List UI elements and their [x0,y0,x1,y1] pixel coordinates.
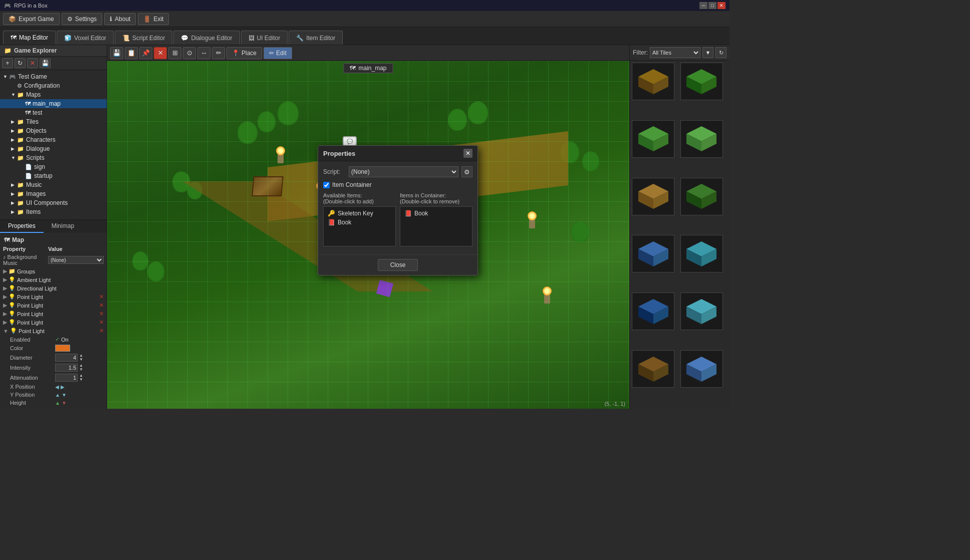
place-btn[interactable]: 📍 Place [226,47,262,59]
export-game-btn[interactable]: 📦 Export Game [3,13,60,25]
tree-item-items[interactable]: ▶ 📁 Items [0,207,107,216]
delete-pl5-btn[interactable]: ✕ [99,328,104,334]
tile-6[interactable] [680,178,723,215]
delete-pl3-btn[interactable]: ✕ [99,311,104,317]
prop-header-row: Property Value [0,245,107,253]
map-tool-view2[interactable]: ↔ [197,47,210,59]
tree-item-ui-components[interactable]: ▶ 📁 UI Components [0,198,107,207]
height-down-btn[interactable]: ▼ [62,400,67,406]
edit-icon: ✏ [269,50,274,57]
available-item-book[interactable]: 📕 Book [326,218,393,227]
about-btn[interactable]: ℹ About [104,13,136,25]
settings-btn[interactable]: ⚙ Settings [62,13,102,25]
prop-tab-minimap[interactable]: Minimap [44,220,82,233]
map-tool-grid[interactable]: ⊞ [168,47,181,59]
intensity-input[interactable] [55,364,78,372]
tab-map-editor[interactable]: 🗺 Map Editor [3,31,56,45]
tab-ui-editor[interactable]: 🖼 UI Editor [241,31,288,45]
tree-item-objects[interactable]: ▶ 📁 Objects [0,126,107,135]
available-item-skeleton-key[interactable]: 🔑 Skeleton Key [326,209,393,218]
tree-item-startup[interactable]: 📄 startup [0,171,107,180]
tab-script-editor[interactable]: 📜 Script Editor [115,31,172,45]
tree-item-configuration[interactable]: ⚙ Configuration [0,81,107,90]
tile-5[interactable] [632,178,674,215]
dialog-close-main-btn[interactable]: Close [378,259,418,271]
maximize-btn[interactable]: □ [708,2,716,9]
tile-9[interactable] [632,293,674,330]
save-btn[interactable]: 💾 [40,58,51,68]
prop-directional-light[interactable]: ▶ 💡 Directional Light [0,284,107,293]
map-close-btn[interactable]: ✕ [154,47,167,59]
color-swatch[interactable] [55,345,70,352]
delete-pl2-btn[interactable]: ✕ [99,302,104,309]
diameter-down[interactable]: ▼ [79,358,83,362]
exit-btn[interactable]: 🚪 Exit [138,13,169,25]
delete-item-btn[interactable]: ✕ [27,58,38,68]
tab-dialogue-editor[interactable]: 💬 Dialogue Editor [173,31,239,45]
tile-1[interactable] [632,63,674,100]
map-tool-paste[interactable]: 📌 [139,47,152,59]
x-left-btn[interactable]: ◀ [55,384,59,390]
tile-2[interactable] [680,63,723,100]
prop-tab-properties[interactable]: Properties [0,220,44,233]
diameter-input[interactable] [55,354,78,362]
refresh-btn[interactable]: ↻ [15,58,26,68]
map-tool-copy[interactable]: 📋 [125,47,138,59]
right-panel: Filter: All Tiles ▼ ↻ [629,45,730,409]
tree-item-main-map[interactable]: 🗺 main_map [0,99,107,108]
tree-item-dialogue[interactable]: ▶ 📁 Dialogue [0,144,107,153]
prop-point-light-1[interactable]: ▶ 💡 Point Light ✕ [0,293,107,301]
y-up-btn[interactable]: ▲ [55,392,60,398]
tree-item-sign[interactable]: 📄 sign [0,162,107,171]
tab-voxel-editor[interactable]: 🧊 Voxel Editor [57,31,114,45]
edit-btn[interactable]: ✏ Edit [264,47,292,59]
tile-4[interactable] [680,120,723,158]
script-settings-btn[interactable]: ⚙ [461,166,472,177]
tile-11[interactable] [632,350,674,388]
tree-item-images[interactable]: ▶ 📁 Images [0,189,107,198]
filter-sort-btn[interactable]: ▼ [702,47,713,58]
filter-refresh-btn[interactable]: ↻ [715,47,726,58]
x-right-btn[interactable]: ▶ [61,384,65,390]
dialog-close-btn[interactable]: ✕ [463,149,472,158]
tree-item-music[interactable]: ▶ 📁 Music [0,180,107,189]
attenuation-down[interactable]: ▼ [79,378,83,382]
prop-height: Height ▲ ▼ [0,399,107,407]
tile-3[interactable] [632,120,674,158]
prop-point-light-2[interactable]: ▶ 💡 Point Light ✕ [0,301,107,310]
prop-ambient-light[interactable]: ▶ 💡 Ambient Light [0,275,107,284]
item-container-checkbox[interactable] [323,182,330,188]
tree-item-scripts[interactable]: ▼ 📁 Scripts [0,153,107,162]
tree-item-test[interactable]: 🗺 test [0,108,107,117]
delete-pl1-btn[interactable]: ✕ [99,294,104,300]
tree-item-characters[interactable]: ▶ 📁 Characters [0,135,107,144]
intensity-down[interactable]: ▼ [79,368,83,372]
container-item-book[interactable]: 📕 Book [402,209,470,218]
tree-item-tiles[interactable]: ▶ 📁 Tiles [0,117,107,126]
map-area[interactable]: 💾 📋 📌 ✕ ⊞ ⊙ ↔ ✏ 📍 Place ✏ Edit 🗺 main_ma… [107,45,629,409]
bg-music-select[interactable]: (None) [48,256,104,264]
height-up-btn[interactable]: ▲ [55,400,60,406]
tile-7[interactable] [632,235,674,272]
map-tool-view1[interactable]: ⊙ [183,47,196,59]
new-item-btn[interactable]: + [2,58,13,68]
tile-10[interactable] [680,293,723,330]
prop-point-light-4[interactable]: ▶ 💡 Point Light ✕ [0,318,107,327]
tile-8[interactable] [680,235,723,272]
attenuation-input[interactable] [55,374,78,382]
minimize-btn[interactable]: ─ [699,2,707,9]
tab-item-editor[interactable]: 🔧 Item Editor [289,31,343,45]
prop-point-light-5[interactable]: ▼ 💡 Point Light ✕ [0,327,107,335]
delete-pl4-btn[interactable]: ✕ [99,319,104,326]
filter-select[interactable]: All Tiles [650,47,700,58]
prop-point-light-3[interactable]: ▶ 💡 Point Light ✕ [0,310,107,318]
prop-groups[interactable]: ▶ 📁 Groups [0,267,107,275]
y-down-btn[interactable]: ▼ [62,392,67,398]
tree-item-test-game[interactable]: ▼ 🎮 Test Game [0,72,107,81]
tree-item-maps[interactable]: ▼ 📁 Maps [0,90,107,99]
map-tool-save[interactable]: 💾 [110,47,123,59]
close-btn[interactable]: ✕ [717,2,725,9]
tile-12[interactable] [680,350,723,388]
script-select[interactable]: (None) [349,166,458,177]
map-tool-pencil[interactable]: ✏ [212,47,225,59]
